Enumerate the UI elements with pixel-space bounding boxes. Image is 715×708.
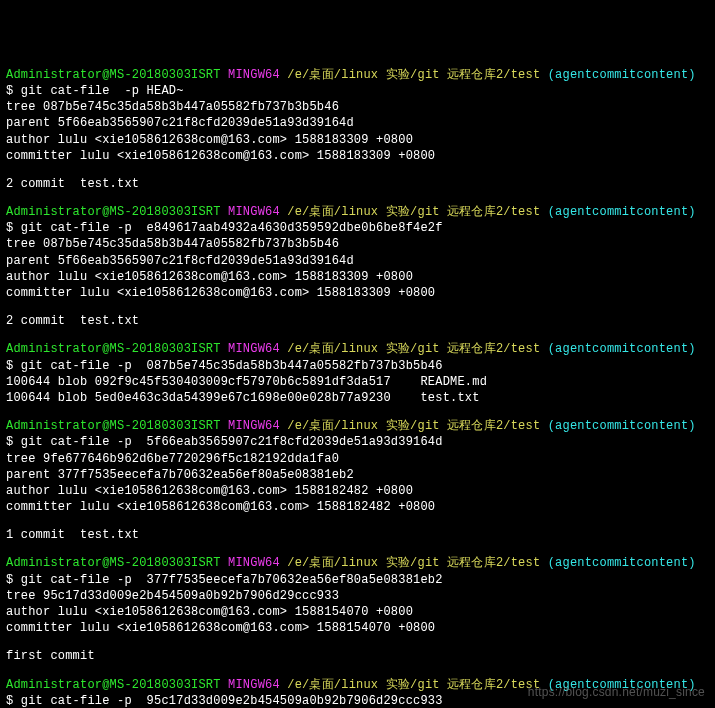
branch-label: (agentcommitcontent) bbox=[548, 419, 696, 433]
output-line: 2 commit test.txt bbox=[6, 176, 709, 192]
branch-label: (agentcommitcontent) bbox=[548, 342, 696, 356]
output-line: parent 5f66eab3565907c21f8cfd2039de51a93… bbox=[6, 115, 709, 131]
output-line: committer lulu <xie1058612638com@163.com… bbox=[6, 148, 709, 164]
cwd-path: /e/桌面/linux 实验/git 远程仓库2/test bbox=[287, 678, 540, 692]
output-line: parent 377f7535eecefa7b70632ea56ef80a5e0… bbox=[6, 467, 709, 483]
command-line: $ git cat-file -p 087b5e745c35da58b3b447… bbox=[6, 358, 709, 374]
output-line: 1 commit test.txt bbox=[6, 527, 709, 543]
output-line: first commit bbox=[6, 648, 709, 664]
branch-label: (agentcommitcontent) bbox=[548, 556, 696, 570]
mingw-label: MINGW64 bbox=[228, 342, 280, 356]
mingw-label: MINGW64 bbox=[228, 678, 280, 692]
user-host: Administrator@MS-20180303ISRT bbox=[6, 342, 221, 356]
cwd-path: /e/桌面/linux 实验/git 远程仓库2/test bbox=[287, 342, 540, 356]
output-line: author lulu <xie1058612638com@163.com> 1… bbox=[6, 604, 709, 620]
output-line: committer lulu <xie1058612638com@163.com… bbox=[6, 620, 709, 636]
branch-label: (agentcommitcontent) bbox=[548, 68, 696, 82]
user-host: Administrator@MS-20180303ISRT bbox=[6, 419, 221, 433]
prompt-line: Administrator@MS-20180303ISRT MINGW64 /e… bbox=[6, 204, 709, 220]
output-line: tree 087b5e745c35da58b3b447a05582fb737b3… bbox=[6, 236, 709, 252]
mingw-label: MINGW64 bbox=[228, 68, 280, 82]
output-line: author lulu <xie1058612638com@163.com> 1… bbox=[6, 269, 709, 285]
terminal-output[interactable]: Administrator@MS-20180303ISRT MINGW64 /e… bbox=[6, 67, 709, 708]
mingw-label: MINGW64 bbox=[228, 556, 280, 570]
output-line bbox=[6, 164, 709, 176]
prompt-line: Administrator@MS-20180303ISRT MINGW64 /e… bbox=[6, 555, 709, 571]
watermark-text: https://blog.csdn.net/muzi_since bbox=[528, 684, 705, 700]
output-line bbox=[6, 301, 709, 313]
output-line: tree 9fe677646b962d6be7720296f5c182192dd… bbox=[6, 451, 709, 467]
command-line: $ git cat-file -p 377f7535eecefa7b70632e… bbox=[6, 572, 709, 588]
output-line bbox=[6, 665, 709, 677]
output-line: author lulu <xie1058612638com@163.com> 1… bbox=[6, 132, 709, 148]
user-host: Administrator@MS-20180303ISRT bbox=[6, 68, 221, 82]
output-line bbox=[6, 406, 709, 418]
output-line: committer lulu <xie1058612638com@163.com… bbox=[6, 499, 709, 515]
command-line: $ git cat-file -p 5f66eab3565907c21f8cfd… bbox=[6, 434, 709, 450]
output-line: committer lulu <xie1058612638com@163.com… bbox=[6, 285, 709, 301]
command-line: $ git cat-file -p e849617aab4932a4630d35… bbox=[6, 220, 709, 236]
output-line: 100644 blob 092f9c45f530403009cf57970b6c… bbox=[6, 374, 709, 390]
prompt-line: Administrator@MS-20180303ISRT MINGW64 /e… bbox=[6, 67, 709, 83]
user-host: Administrator@MS-20180303ISRT bbox=[6, 556, 221, 570]
command-line: $ git cat-file -p HEAD~ bbox=[6, 83, 709, 99]
output-line bbox=[6, 192, 709, 204]
output-line bbox=[6, 543, 709, 555]
prompt-line: Administrator@MS-20180303ISRT MINGW64 /e… bbox=[6, 341, 709, 357]
mingw-label: MINGW64 bbox=[228, 205, 280, 219]
user-host: Administrator@MS-20180303ISRT bbox=[6, 205, 221, 219]
output-line bbox=[6, 515, 709, 527]
output-line: tree 087b5e745c35da58b3b447a05582fb737b3… bbox=[6, 99, 709, 115]
output-line bbox=[6, 636, 709, 648]
cwd-path: /e/桌面/linux 实验/git 远程仓库2/test bbox=[287, 419, 540, 433]
output-line: tree 95c17d33d009e2b454509a0b92b7906d29c… bbox=[6, 588, 709, 604]
branch-label: (agentcommitcontent) bbox=[548, 205, 696, 219]
mingw-label: MINGW64 bbox=[228, 419, 280, 433]
cwd-path: /e/桌面/linux 实验/git 远程仓库2/test bbox=[287, 556, 540, 570]
output-line: parent 5f66eab3565907c21f8cfd2039de51a93… bbox=[6, 253, 709, 269]
user-host: Administrator@MS-20180303ISRT bbox=[6, 678, 221, 692]
prompt-line: Administrator@MS-20180303ISRT MINGW64 /e… bbox=[6, 418, 709, 434]
output-line: 2 commit test.txt bbox=[6, 313, 709, 329]
output-line: author lulu <xie1058612638com@163.com> 1… bbox=[6, 483, 709, 499]
cwd-path: /e/桌面/linux 实验/git 远程仓库2/test bbox=[287, 205, 540, 219]
cwd-path: /e/桌面/linux 实验/git 远程仓库2/test bbox=[287, 68, 540, 82]
output-line bbox=[6, 329, 709, 341]
output-line: 100644 blob 5ed0e463c3da54399e67c1698e00… bbox=[6, 390, 709, 406]
